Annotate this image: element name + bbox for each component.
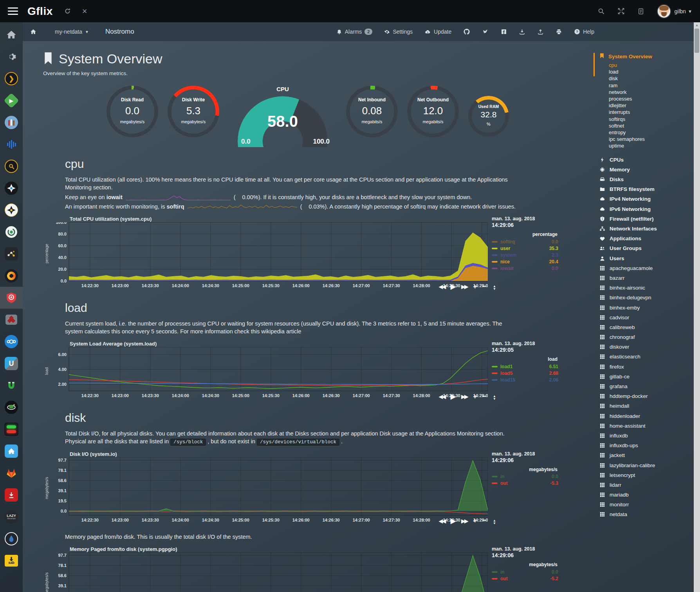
menu-app-hddtemp-docker[interactable]: hddtemp-docker [599, 391, 694, 401]
app-icon-sabnzbd[interactable]: sab [4, 553, 19, 569]
menu-item-load[interactable]: load [599, 68, 694, 75]
app-icon-calibre[interactable] [4, 115, 19, 130]
app-icon-home[interactable] [4, 27, 19, 43]
menu-section-users[interactable]: Users [599, 254, 694, 263]
gauge-disk-read[interactable]: Disk Read 0.0 megabytes/s [106, 86, 158, 137]
download-icon[interactable] [519, 29, 525, 35]
app-icon-settings[interactable] [4, 49, 19, 65]
menu-item-ram[interactable]: ram [599, 82, 694, 89]
scrollbar-up-arrow[interactable]: ▲ [694, 23, 700, 27]
node-select-dropdown[interactable]: my-netdata▼ [55, 29, 89, 35]
menu-app-netdata[interactable]: netdata [599, 509, 694, 519]
menu-app-mariadb[interactable]: mariadb [599, 490, 694, 500]
app-icon-youtube-dl[interactable] [4, 487, 19, 503]
hamburger-menu-icon[interactable] [8, 7, 18, 15]
menu-item-processes[interactable]: processes [599, 95, 694, 102]
legend-row-system[interactable]: system 2.3 [492, 252, 558, 258]
legend-row-softirq[interactable]: softirq 0.0 [492, 238, 558, 245]
menu-item-entropy[interactable]: entropy [599, 129, 694, 136]
gauge-used-ram[interactable]: Used RAM 32.8 % [468, 96, 509, 137]
gauge-cpu[interactable]: CPU 58.0 0.0 100.0 % [236, 86, 330, 147]
cpu-chart[interactable]: percentage Total CPU utilization (system… [43, 216, 589, 291]
menu-app-letsencrypt[interactable]: letsencrypt [599, 470, 694, 480]
legend-row-in[interactable]: in 0.0 [492, 473, 558, 480]
menu-app-influxdb[interactable]: influxdb [599, 431, 694, 441]
menu-app-hiddenloader[interactable]: hiddenloader [599, 411, 694, 421]
fullscreen-icon[interactable] [617, 7, 625, 15]
chart-resize-handle[interactable]: ▲▼ [492, 285, 497, 290]
user-menu[interactable]: gilbn▼ [675, 8, 692, 14]
print-icon[interactable] [556, 29, 562, 35]
iowait-sparkline[interactable] [126, 194, 231, 201]
menu-item-softirqs[interactable]: softirqs [599, 116, 694, 122]
legend-row-load1[interactable]: load1 6.51 [492, 363, 558, 370]
close-icon[interactable]: × [82, 7, 87, 16]
chart-toolbar[interactable]: ◀◀▶ ▶▶+ − [439, 392, 486, 401]
menu-section-network-interfaces[interactable]: Network Interfaces [599, 224, 694, 234]
legend-row-in[interactable]: in 0.0 [492, 569, 558, 575]
search-icon[interactable] [597, 7, 605, 15]
gauge-net-inbound[interactable]: Net Inbound 0.08 megabits/s [346, 86, 398, 137]
app-icon-pinwheel[interactable] [4, 180, 19, 196]
menu-app-lazylibrarian-calibre[interactable]: lazylibrarian-calibre [599, 460, 694, 470]
twitter-icon[interactable] [482, 29, 489, 35]
memory-paged-chart[interactable]: megabytes/s Memory Paged from/to disk (s… [43, 546, 589, 592]
menu-section-ipv4-networking[interactable]: IPv4 Networking [599, 194, 694, 204]
legend-row-user[interactable]: user 35.3 [492, 245, 558, 252]
app-icon-unifi[interactable]: U [4, 356, 19, 371]
chart-toolbar[interactable]: ◀◀▶ ▶▶+ − [439, 517, 486, 525]
app-icon-jackett[interactable] [4, 158, 19, 174]
chart-resize-handle[interactable]: ▲▼ [492, 519, 497, 525]
menu-app-bazarr[interactable]: bazarr [599, 273, 694, 283]
changelog-icon[interactable] [637, 8, 644, 15]
menu-system-overview[interactable]: System Overview [599, 53, 694, 60]
app-icon-magnet[interactable] [4, 378, 19, 393]
app-icon-saucer[interactable] [4, 399, 19, 415]
scrollbar-thumb[interactable] [695, 29, 699, 53]
menu-item-ipc-semaphores[interactable]: ipc semaphores [599, 136, 694, 142]
app-icon-cubes[interactable] [4, 312, 19, 327]
menu-section-memory[interactable]: Memory [599, 165, 694, 175]
settings-button[interactable]: Settings [384, 29, 413, 35]
legend-row-nice[interactable]: nice 20.4 [492, 258, 558, 265]
menu-app-gitlab-ce[interactable]: gitlab-ce [599, 372, 694, 381]
app-icon-gitlab[interactable] [4, 465, 19, 481]
legend-row-load15[interactable]: load15 2.06 [492, 376, 558, 383]
update-button[interactable]: Update [424, 29, 451, 35]
menu-item-idlejitter[interactable]: idlejitter [599, 102, 694, 109]
user-avatar[interactable] [657, 4, 671, 18]
app-icon-home-assistant[interactable] [4, 443, 19, 459]
menu-app-influxdb-ups[interactable]: influxdb-ups [599, 441, 694, 450]
menu-app-jackett[interactable]: jackett [599, 450, 694, 460]
legend-row-iowait[interactable]: iowait 0.0 [492, 265, 558, 272]
legend-row-out[interactable]: out -5.2 [492, 575, 558, 582]
menu-app-lidarr[interactable]: lidarr [599, 480, 694, 490]
menu-app-elasticsearch[interactable]: elasticsearch [599, 352, 694, 362]
gauge-net-outbound[interactable]: Net Outbound 12.0 megabits/s [407, 86, 459, 137]
app-icon-netdata[interactable] [4, 290, 19, 306]
legend-row-out[interactable]: out -5.3 [492, 480, 558, 487]
menu-section-btrfs-filesystem[interactable]: BTRFS filesystem [599, 184, 694, 194]
help-button[interactable]: ? Help [574, 29, 594, 35]
menu-item-interrupts[interactable]: interrupts [599, 109, 694, 115]
app-icon-xwing[interactable] [4, 202, 19, 218]
menu-app-monitorr[interactable]: monitorr [599, 500, 694, 509]
menu-app-apacheguacamole[interactable]: apacheguacamole [599, 263, 694, 273]
menu-app-firefox[interactable]: firefox [599, 362, 694, 372]
app-icon-lazylibrarian[interactable]: LAZYlibrarian [4, 509, 19, 525]
upload-icon[interactable] [537, 29, 544, 35]
menu-section-applications[interactable]: Applications [599, 234, 694, 243]
menu-item-cpu[interactable]: cpu [599, 62, 694, 68]
disk-io-chart[interactable]: megabytes/s Disk I/O (system.io) 0.019.5… [43, 451, 589, 525]
chart-resize-handle[interactable]: ▲▼ [492, 395, 497, 400]
scrollbar[interactable]: ▲ [694, 22, 700, 592]
menu-app-chronograf[interactable]: chronograf [599, 332, 694, 342]
menu-app-grafana[interactable]: grafana [599, 381, 694, 391]
app-icon-droplet[interactable] [4, 531, 19, 547]
alarms-button[interactable]: Alarms2 [336, 29, 373, 35]
app-icon-nextcloud[interactable] [4, 334, 19, 349]
menu-app-home-assistant[interactable]: home-assistant [599, 421, 694, 431]
menu-section-firewall-netfilter-[interactable]: Firewall (netfilter) [599, 214, 694, 224]
menu-item-network[interactable]: network [599, 89, 694, 95]
menu-app-calibreweb[interactable]: calibreweb [599, 322, 694, 332]
